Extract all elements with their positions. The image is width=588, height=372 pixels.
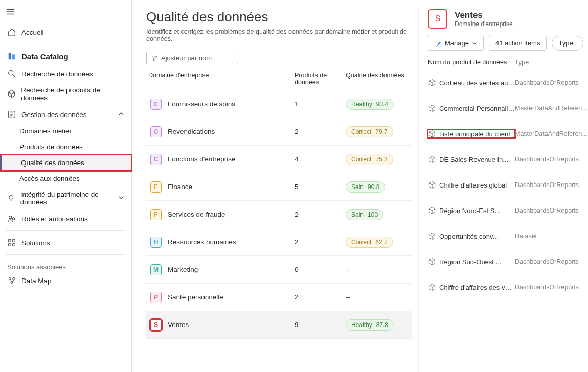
main-area: Qualité des données Identifiez et corrig… <box>132 0 588 372</box>
grid-icon <box>7 238 16 247</box>
manage-button[interactable]: Manage <box>428 36 484 51</box>
product-name: Chiffre d'affaires global <box>439 181 507 189</box>
nav-label: Solutions <box>21 239 50 247</box>
quality-pill: Correct79.7 <box>346 126 393 137</box>
col-products[interactable]: Produits de données <box>295 72 346 86</box>
rcol-name[interactable]: Nom du produit de données <box>428 59 515 66</box>
action-items-label: 41 action items <box>495 39 540 47</box>
table-row[interactable]: CFournisseurs de soins1Healthy90.4 <box>146 90 412 118</box>
svg-point-13 <box>11 282 13 284</box>
nav-accueil[interactable]: Accueil <box>0 24 131 41</box>
product-name-cell: Région Sud-Ouest ... <box>428 258 515 266</box>
type-filter-button[interactable]: Type : <box>552 36 583 51</box>
quality-cell: Healthy87.8 <box>346 319 412 331</box>
product-row[interactable]: Chiffre d'affaires globalDashboardsOrRep… <box>428 172 588 198</box>
product-type: MasterDataAndReferen... <box>515 105 588 112</box>
package-icon <box>7 89 16 99</box>
product-name: Liste principale du client <box>439 130 510 138</box>
product-count: 4 <box>295 155 346 163</box>
page-title: Qualité des données <box>146 9 412 25</box>
col-quality[interactable]: Qualité des données <box>346 72 412 86</box>
table-row[interactable]: CFonctions d'entreprise4Correct75.3 <box>146 146 412 173</box>
product-row[interactable]: Commercial PersonnaliséMasterDataAndRefe… <box>428 96 588 121</box>
package-icon <box>428 181 436 189</box>
rcol-type[interactable]: Type <box>515 59 588 66</box>
quality-cell: Correct62.7 <box>346 237 412 248</box>
product-type: DashboardsOrReports <box>515 156 588 163</box>
product-row[interactable]: Opportunités conv...Dataset <box>428 223 588 249</box>
domain-name: Ressources humaines <box>168 238 236 246</box>
product-row[interactable]: Liste principale du clientMasterDataAndR… <box>428 121 588 147</box>
nav-search-products[interactable]: Recherche de produits de données <box>0 82 131 106</box>
product-count: 0 <box>295 266 346 273</box>
product-row[interactable]: Chiffre d'affaires des ventes aux États-… <box>428 274 588 300</box>
nav-data-map[interactable]: Data Map <box>0 272 131 289</box>
nav-associated-label: Solutions associées <box>0 258 131 272</box>
table-row[interactable]: FServices de fraude2Sain100 <box>146 201 412 228</box>
table-row[interactable]: MMarketing0-- <box>146 256 412 284</box>
table-row[interactable]: FFinance5Sain90.8 <box>146 173 412 201</box>
domain-badge: S <box>428 9 447 29</box>
product-count: 1 <box>295 100 346 108</box>
product-name-cell: Région Nord-Est S... <box>428 206 515 215</box>
domain-name: Fournisseurs de soins <box>168 100 235 108</box>
product-name-cell: Commercial Personnalisé <box>428 104 515 112</box>
product-name-cell: Liste principale du client <box>428 130 515 138</box>
nav-data-products[interactable]: Produits de données <box>0 139 131 155</box>
domain-badge: H <box>150 237 162 248</box>
product-count: 9 <box>295 321 346 329</box>
col-domain[interactable]: Domaine d'entreprise <box>146 72 295 86</box>
table-row[interactable]: SVentes9Healthy87.8 <box>146 311 412 339</box>
table-row[interactable]: HRessources humaines2Correct62.7 <box>146 228 412 256</box>
table-row[interactable]: CRevendications2Correct79.7 <box>146 118 412 146</box>
nav-manage-data[interactable]: Gestion des données <box>0 106 131 123</box>
nav-solutions[interactable]: Solutions <box>0 234 131 251</box>
product-name: Corbeau des ventes au Canada <box>439 79 515 87</box>
domain-badge: F <box>150 181 162 193</box>
action-items-button[interactable]: 41 action items <box>489 36 547 51</box>
domain-badge: C <box>150 154 162 165</box>
nav-patrimony[interactable]: Intégrité du patrimoine de données <box>0 187 131 210</box>
svg-rect-9 <box>9 244 11 246</box>
chevron-down-icon <box>472 41 477 46</box>
table-row[interactable]: PSanté personnelle2-- <box>146 284 412 311</box>
type-filter-label: Type : <box>558 39 576 47</box>
domain-name: Fonctions d'entreprise <box>168 155 235 163</box>
product-type: MasterDataAndReferen... <box>515 130 588 137</box>
quality-pill: Correct62.7 <box>346 237 393 248</box>
domain-name: Finance <box>168 183 192 191</box>
package-icon <box>428 155 436 164</box>
product-count: 5 <box>295 183 346 191</box>
nav-label: Gestion des données <box>21 111 87 119</box>
filter-input[interactable]: Ajusteur par nom <box>146 52 238 64</box>
quality-pill: Healthy90.4 <box>346 99 394 110</box>
nav-business-domains[interactable]: Domaines métier <box>0 123 131 139</box>
nav-data-access[interactable]: Accès aux données <box>0 171 131 187</box>
table-header: Domaine d'entreprise Produits de données… <box>146 68 412 90</box>
hamburger-button[interactable] <box>0 4 131 21</box>
product-name-cell: DE Sales Revenue In... <box>428 155 515 164</box>
product-name-cell: Chiffre d'affaires des ventes aux États-… <box>428 283 515 291</box>
nav-data-catalog[interactable]: Data Catalog <box>0 48 131 65</box>
product-row[interactable]: Région Sud-Ouest ...DashboardsOrReports <box>428 249 588 274</box>
product-row[interactable]: Corbeau des ventes au CanadaDashboardsOr… <box>428 70 588 96</box>
search-icon <box>7 69 16 78</box>
nav-label: Recherche de données <box>21 70 93 78</box>
wrench-icon <box>435 40 442 47</box>
svg-rect-10 <box>13 244 15 246</box>
nav-data-quality[interactable]: Qualité des données <box>0 155 131 171</box>
nav-roles[interactable]: Rôles et autorisations <box>0 210 131 227</box>
domain-badge: C <box>150 126 162 137</box>
svg-point-5 <box>9 216 12 219</box>
svg-rect-7 <box>9 240 11 242</box>
product-row[interactable]: DE Sales Revenue In...DashboardsOrReport… <box>428 147 588 172</box>
package-icon <box>428 79 436 87</box>
nav-label: Rôles et autorisations <box>21 215 88 223</box>
nav-label: Produits de données <box>19 143 83 151</box>
product-type: DashboardsOrReports <box>515 258 588 265</box>
domain-badge: F <box>150 209 162 220</box>
filter-icon <box>151 55 158 62</box>
quality-pill: Sain100 <box>346 209 383 220</box>
nav-search-data[interactable]: Recherche de données <box>0 65 131 82</box>
product-row[interactable]: Région Nord-Est S...DashboardsOrReports <box>428 198 588 223</box>
